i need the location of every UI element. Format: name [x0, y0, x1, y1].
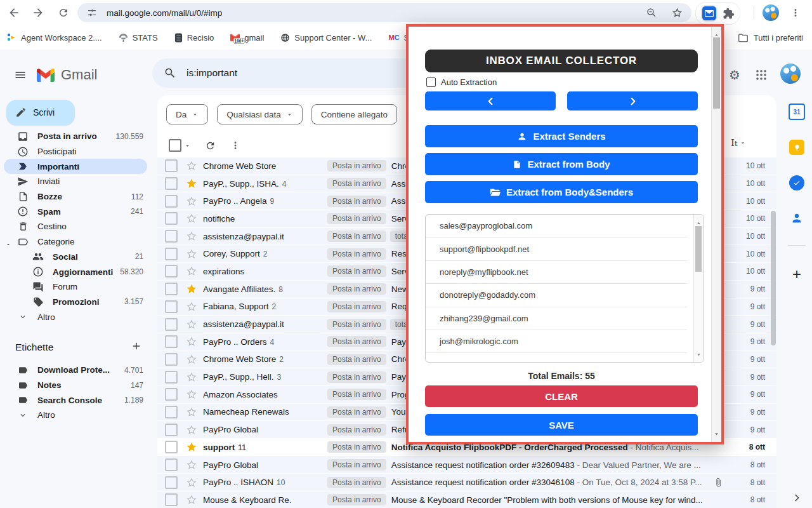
row-checkbox[interactable]	[165, 388, 178, 401]
sidebar-item[interactable]: Posticipati	[0, 144, 152, 159]
prev-page-button[interactable]	[425, 91, 556, 110]
star-toggle[interactable]	[185, 231, 198, 242]
url-bar[interactable]: mail.google.com/mail/u/0/#imp	[77, 3, 691, 22]
emails-scroll-thumb[interactable]	[695, 226, 702, 272]
extracted-email-item[interactable]: zhihang239@gmail.com	[426, 307, 687, 330]
emails-list-scrollbar[interactable]	[693, 215, 704, 362]
sidebar-item[interactable]: Search Console 1.189	[0, 392, 152, 408]
zoom-icon[interactable]	[643, 4, 660, 21]
browser-profile-avatar[interactable]	[763, 4, 779, 21]
sidebar-item[interactable]: Posta in arrivo 130.559	[0, 129, 152, 144]
refresh-icon[interactable]	[202, 137, 218, 154]
tasks-icon[interactable]	[787, 173, 807, 193]
clear-button[interactable]: CLEAR	[425, 385, 698, 407]
row-checkbox[interactable]	[165, 406, 178, 418]
star-toggle[interactable]	[185, 371, 198, 383]
sidebar-item[interactable]: Cestino	[0, 219, 152, 234]
sidebar-item[interactable]: Social 21	[0, 250, 152, 265]
auto-extraction-checkbox[interactable]	[426, 77, 436, 87]
bookmark-star-icon[interactable]	[669, 4, 685, 21]
row-checkbox[interactable]	[165, 195, 178, 208]
star-toggle[interactable]	[185, 283, 198, 295]
star-toggle[interactable]	[185, 319, 198, 330]
settings-gear-icon[interactable]: ⚙	[726, 66, 743, 84]
sidebar-item[interactable]: Inviati	[0, 174, 152, 189]
sidebar-item[interactable]: Forum	[0, 279, 152, 295]
row-checkbox[interactable]	[165, 212, 178, 225]
gmail-profile-avatar[interactable]	[780, 64, 801, 84]
star-toggle[interactable]	[185, 265, 198, 277]
star-toggle[interactable]	[185, 178, 198, 189]
star-toggle[interactable]	[185, 459, 198, 471]
row-checkbox[interactable]	[165, 177, 178, 190]
hamburger-menu-icon[interactable]	[11, 66, 29, 84]
sidebar-item[interactable]: Aggiornamenti 58.320	[0, 264, 152, 279]
bookmark-item[interactable]: Agent Workspace 2....	[6, 32, 102, 43]
sidebar-item[interactable]: Notes 147	[0, 378, 152, 393]
forward-icon[interactable]	[30, 5, 46, 20]
star-toggle[interactable]	[185, 301, 198, 312]
row-checkbox[interactable]	[165, 424, 178, 436]
row-checkbox[interactable]	[165, 283, 178, 295]
row-checkbox[interactable]	[165, 159, 178, 172]
row-checkbox[interactable]	[165, 265, 178, 277]
row-checkbox[interactable]	[165, 353, 178, 366]
email-row[interactable]: Mouse & Keyboard Re. Posta in arrivo Mou…	[157, 491, 776, 508]
email-row[interactable]: PayPro Global Posta in arrivo Assistance…	[157, 457, 776, 474]
extracted-email-item[interactable]: josh@mikrologic.com	[426, 330, 687, 353]
row-checkbox[interactable]	[165, 318, 178, 331]
contacts-icon[interactable]	[787, 208, 807, 229]
sidebar-item[interactable]: Download Prote... 4.701	[0, 363, 152, 378]
sidebar-item[interactable]: Altro	[0, 408, 152, 423]
search-icon[interactable]	[164, 67, 176, 79]
filter-chip[interactable]: Da	[166, 104, 208, 124]
sidebar-item[interactable]: Importanti	[4, 159, 147, 174]
calendar-icon[interactable]: 31	[787, 102, 807, 122]
row-checkbox[interactable]	[165, 476, 178, 489]
sidebar-item[interactable]: Bozze 112	[0, 189, 152, 204]
popup-scrollbar[interactable]	[711, 27, 721, 442]
select-dropdown-icon[interactable]	[183, 137, 192, 154]
sidebar-item[interactable]: Spam 241	[0, 204, 152, 219]
apps-grid-icon[interactable]	[752, 66, 770, 84]
bookmark-item[interactable]: Recisio	[174, 33, 214, 43]
email-row[interactable]: PayPro .. ISHAON10 Posta in arrivo Assis…	[157, 474, 776, 491]
extensions-puzzle-icon[interactable]	[723, 8, 735, 20]
reload-icon[interactable]	[56, 5, 71, 20]
next-page-button[interactable]	[567, 91, 698, 110]
star-toggle[interactable]	[185, 213, 198, 224]
all-bookmarks-folder[interactable]: Tutti i preferiti	[738, 25, 803, 50]
extracted-email-item[interactable]: noreply@myflipbook.net	[426, 261, 687, 284]
scroll-down-icon[interactable]	[696, 349, 702, 360]
compose-button[interactable]: Scrivi	[6, 100, 75, 125]
more-options-icon[interactable]	[227, 137, 244, 154]
row-checkbox[interactable]	[165, 371, 178, 384]
filter-chip[interactable]: Contiene allegato	[311, 104, 397, 124]
star-toggle[interactable]	[185, 248, 198, 260]
expander-icon[interactable]	[5, 239, 11, 250]
input-tools-selector[interactable]: It	[731, 137, 746, 149]
row-checkbox[interactable]	[165, 458, 178, 471]
row-checkbox[interactable]	[165, 300, 178, 313]
row-checkbox[interactable]	[165, 493, 178, 506]
scroll-down-icon[interactable]	[714, 428, 719, 439]
star-toggle[interactable]	[185, 196, 198, 207]
extracted-email-item[interactable]: sales@payproglobal.com	[426, 215, 687, 237]
collapse-panel-icon[interactable]	[787, 488, 807, 508]
get-addons-icon[interactable]: +	[787, 264, 807, 284]
star-toggle[interactable]	[185, 424, 198, 436]
star-toggle[interactable]	[185, 354, 198, 365]
site-settings-icon[interactable]	[84, 4, 100, 21]
select-all-checkbox[interactable]	[169, 139, 181, 152]
row-checkbox[interactable]	[165, 248, 178, 260]
star-toggle[interactable]	[185, 389, 198, 400]
extracted-email-item[interactable]: support@flipbookpdf.net	[426, 237, 687, 260]
save-button[interactable]: SAVE	[425, 414, 698, 436]
back-icon[interactable]	[6, 5, 22, 20]
keep-icon[interactable]	[787, 137, 807, 157]
bookmark-item[interactable]: Support Center - W...	[280, 33, 372, 43]
star-toggle[interactable]	[185, 477, 198, 488]
star-toggle[interactable]	[185, 406, 198, 418]
row-checkbox[interactable]	[165, 230, 178, 243]
sidebar-item[interactable]: Promozioni 3.157	[0, 295, 152, 310]
